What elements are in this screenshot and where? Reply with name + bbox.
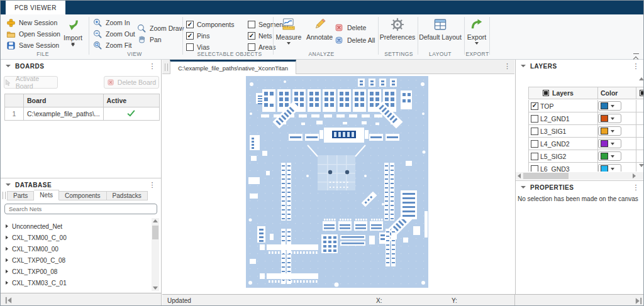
export-dropdown-icon[interactable] bbox=[475, 42, 479, 45]
active-check-icon bbox=[127, 110, 135, 117]
checkbox-pins[interactable]: ✓ Pins bbox=[186, 31, 209, 41]
layer-row-l2-gnd1[interactable]: L2_GND1 bbox=[528, 112, 644, 125]
layers-menu-icon[interactable] bbox=[633, 63, 640, 70]
net-list-item[interactable]: CXL_TXM00_C_00 bbox=[1, 232, 145, 243]
layers-hscrollbar[interactable] bbox=[516, 172, 644, 180]
database-tabs-grip-icon[interactable] bbox=[3, 192, 6, 199]
layer-color-dropdown[interactable] bbox=[598, 151, 621, 161]
delete-all-button[interactable]: Delete All bbox=[334, 35, 375, 45]
tab-nets[interactable]: Nets bbox=[34, 190, 59, 200]
scroll-up-icon[interactable] bbox=[153, 219, 158, 222]
new-session-label: New Session bbox=[19, 19, 57, 26]
nets-list-scrollbar[interactable] bbox=[152, 218, 159, 291]
delete-board-button[interactable]: Delete Board bbox=[104, 76, 159, 89]
properties-menu-icon[interactable] bbox=[633, 184, 640, 191]
scroll-right-end-icon[interactable] bbox=[634, 297, 643, 305]
database-tabs: Parts Nets Components Padstacks bbox=[7, 190, 148, 200]
import-dropdown-icon[interactable] bbox=[71, 43, 75, 45]
zoom-in-label: Zoom In bbox=[106, 19, 130, 26]
layer-row-l3-sig1[interactable]: L3_SIG1 bbox=[528, 125, 644, 138]
scrollbar-thumb[interactable] bbox=[152, 226, 158, 239]
document-tab[interactable]: C:\example_file_paths\native_XconnTitan bbox=[170, 60, 296, 74]
tab-components[interactable]: Components bbox=[59, 191, 107, 200]
layer-row-l6-gnd3[interactable]: L6_GND3 bbox=[528, 163, 644, 172]
search-nets-input[interactable] bbox=[4, 204, 157, 214]
layer-color-dropdown[interactable] bbox=[598, 126, 621, 136]
right-panel: LAYERS Layers Color ✓ TOP bbox=[515, 60, 644, 294]
layers-scroll-down-icon[interactable] bbox=[639, 164, 644, 167]
net-list-item[interactable]: CXL_TXP00_C_08 bbox=[1, 254, 145, 266]
board-table-row[interactable]: 1 C:\example_file_paths\... bbox=[5, 107, 160, 121]
net-list-item[interactable]: CXL_TXM03_C_01 bbox=[1, 277, 145, 288]
net-list-item[interactable]: CXL_TXP00_08 bbox=[1, 266, 145, 277]
layers-scroll-up-icon[interactable] bbox=[639, 77, 644, 80]
collapse-ribbon-icon[interactable] bbox=[633, 53, 639, 59]
toolstrip-tab-bar: PCB VIEWER bbox=[1, 1, 644, 14]
expand-arrow-icon[interactable] bbox=[6, 258, 8, 262]
properties-empty-message: No selection has been made on the canvas bbox=[518, 195, 638, 202]
layer-checkbox-icon[interactable] bbox=[531, 115, 538, 123]
export-button[interactable]: Export bbox=[464, 17, 490, 45]
layers-select-all-checkbox[interactable] bbox=[543, 90, 549, 96]
collapse-properties-icon[interactable] bbox=[521, 186, 526, 189]
document-tab-menu-icon[interactable] bbox=[504, 63, 511, 70]
layer-row-l4-gnd2[interactable]: L4_GND2 bbox=[528, 138, 644, 150]
collapse-boards-icon[interactable] bbox=[6, 65, 11, 67]
scrollbar-thumb[interactable] bbox=[523, 173, 569, 179]
expand-arrow-icon[interactable] bbox=[6, 236, 8, 239]
new-session-button[interactable]: New Session bbox=[6, 18, 57, 28]
color-swatch bbox=[601, 128, 608, 134]
pan-button[interactable]: Pan bbox=[136, 35, 162, 45]
layer-row-l5-sig2[interactable]: L5_SIG2 bbox=[528, 150, 644, 163]
save-session-button[interactable]: Save Session bbox=[6, 40, 59, 50]
scroll-down-icon[interactable] bbox=[153, 287, 158, 290]
expand-arrow-icon[interactable] bbox=[6, 281, 8, 285]
activate-board-button[interactable]: Activate Board bbox=[4, 76, 58, 89]
import-button[interactable]: Import bbox=[59, 18, 87, 45]
expand-arrow-icon[interactable] bbox=[6, 247, 8, 251]
preferences-button[interactable]: Preferences bbox=[379, 17, 416, 41]
zoom-out-button[interactable]: Zoom Out bbox=[92, 29, 135, 39]
expand-arrow-icon[interactable] bbox=[6, 270, 8, 273]
layer-color-dropdown[interactable] bbox=[598, 139, 621, 148]
layout-section-label: LAYOUT bbox=[429, 51, 452, 57]
delete-button[interactable]: Delete bbox=[334, 23, 366, 33]
zoom-draw-button[interactable]: Zoom Draw bbox=[136, 23, 184, 33]
layer-checkbox-icon[interactable] bbox=[531, 128, 538, 135]
layer-color-dropdown[interactable] bbox=[598, 101, 621, 111]
layer-color-dropdown[interactable] bbox=[598, 114, 621, 123]
tab-parts[interactable]: Parts bbox=[7, 191, 34, 200]
default-layout-button[interactable]: Default Layout bbox=[419, 17, 461, 41]
layer-color-dropdown[interactable] bbox=[598, 164, 621, 172]
layer-checkbox-icon[interactable] bbox=[531, 165, 538, 172]
net-list-item[interactable]: CXL_TXM00_00 bbox=[1, 243, 145, 254]
boards-menu-icon[interactable] bbox=[149, 63, 157, 70]
visibility-column-header-icon[interactable] bbox=[640, 90, 644, 96]
layer-row-top[interactable]: ✓ TOP bbox=[528, 100, 644, 112]
scroll-left-end-icon[interactable] bbox=[4, 296, 13, 305]
measure-dropdown-icon[interactable] bbox=[287, 42, 291, 45]
open-session-button[interactable]: Open Session bbox=[6, 29, 60, 39]
expand-arrow-icon[interactable] bbox=[6, 224, 8, 228]
database-menu-icon[interactable] bbox=[149, 182, 157, 189]
layer-checkbox-icon[interactable] bbox=[531, 153, 538, 160]
layer-checkbox-icon[interactable] bbox=[531, 140, 538, 148]
nets-list-hscrollbar[interactable] bbox=[1, 293, 162, 306]
checkbox-nets[interactable]: ✓ Nets bbox=[248, 31, 272, 41]
annotate-button[interactable]: Annotate bbox=[304, 17, 335, 41]
pcb-canvas[interactable] bbox=[162, 74, 514, 294]
tab-pcb-viewer[interactable]: PCB VIEWER bbox=[6, 1, 65, 14]
scroll-left-icon[interactable] bbox=[518, 173, 521, 178]
checkbox-components[interactable]: ✓ Components bbox=[186, 19, 235, 30]
zoom-in-button[interactable]: Zoom In bbox=[92, 18, 130, 28]
document-tabs-grip-icon[interactable] bbox=[165, 63, 168, 71]
net-list-item[interactable]: Unconnected_Net bbox=[1, 221, 145, 232]
measure-button[interactable]: Measure bbox=[273, 17, 304, 45]
scroll-right-icon[interactable] bbox=[633, 173, 636, 178]
tab-padstacks[interactable]: Padstacks bbox=[107, 191, 148, 200]
zoom-fit-button[interactable]: Zoom Fit bbox=[92, 40, 131, 50]
collapse-database-icon[interactable] bbox=[6, 183, 11, 186]
layer-checkbox-icon[interactable]: ✓ bbox=[531, 102, 538, 110]
layer-name: TOP bbox=[540, 102, 553, 110]
collapse-layers-icon[interactable] bbox=[521, 65, 526, 67]
